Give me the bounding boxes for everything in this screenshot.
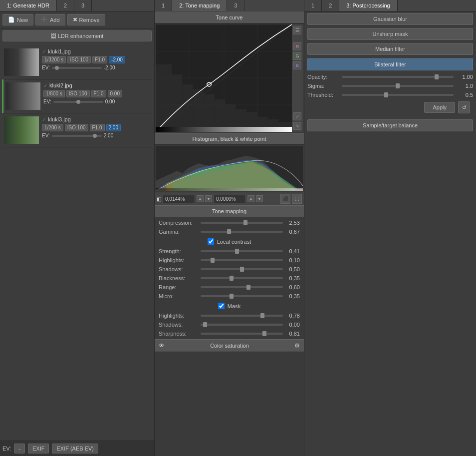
image-item-3[interactable]: ✓ kluki3.jpg 1/200 s ISO 100 F1.0 2.00 E… bbox=[2, 113, 152, 147]
gamma-slider[interactable] bbox=[201, 231, 283, 233]
mask-shadows-row: Shadows: 0,00 bbox=[156, 320, 303, 329]
svg-rect-21 bbox=[156, 127, 292, 132]
black-point-input[interactable] bbox=[163, 195, 195, 203]
left-toolbar: 📄 New ➕ Add ✖ Remove bbox=[0, 11, 154, 28]
tone-curve-svg bbox=[156, 24, 292, 132]
aperture-badge-1: F1.0 bbox=[92, 56, 107, 63]
right-tab-bar: 1 2 3: Postprocessing bbox=[304, 0, 476, 11]
apply-button[interactable]: Apply bbox=[424, 102, 455, 113]
compression-slider[interactable] bbox=[201, 222, 283, 224]
local-contrast-checkbox[interactable] bbox=[208, 238, 214, 245]
svg-rect-9 bbox=[172, 74, 182, 132]
opacity-slider[interactable] bbox=[342, 76, 454, 78]
mask-checkbox[interactable] bbox=[218, 303, 225, 309]
blackness-slider[interactable] bbox=[201, 277, 283, 279]
micro-slider[interactable] bbox=[201, 295, 283, 297]
highlights-slider[interactable] bbox=[201, 259, 283, 261]
gamma-value: 0,67 bbox=[285, 229, 300, 235]
exif-button[interactable]: EXIF bbox=[28, 444, 49, 454]
middle-panel: 1 2: Tone mapping 3 Tone curve bbox=[155, 0, 304, 456]
range-slider[interactable] bbox=[201, 286, 283, 288]
sharpness-value: 0,81 bbox=[285, 331, 300, 337]
right-tab-1[interactable]: 1 bbox=[304, 0, 322, 11]
ldr-enhancement-button[interactable]: 🖼 LDR enhancement bbox=[2, 30, 152, 41]
color-sat-settings-icon[interactable]: ⚙ bbox=[294, 342, 300, 349]
unsharp-mask-button[interactable]: Unsharp mask bbox=[307, 28, 473, 40]
mask-shadows-slider[interactable] bbox=[201, 324, 283, 326]
strength-slider[interactable] bbox=[201, 250, 283, 252]
bilateral-filter-header[interactable]: Bilateral filter bbox=[307, 58, 473, 70]
strength-row: Strength: 0,41 bbox=[156, 247, 303, 256]
middle-tab-3[interactable]: 3 bbox=[227, 0, 244, 11]
gaussian-blur-button[interactable]: Gaussian blur bbox=[307, 13, 473, 25]
micro-value: 0,35 bbox=[285, 293, 300, 299]
hist-zoom-btn[interactable]: ⛶ bbox=[292, 194, 302, 204]
thumbnail-3 bbox=[4, 116, 39, 144]
micro-row: Micro: 0,35 bbox=[156, 292, 303, 301]
check-icon-1: ✓ bbox=[42, 49, 46, 54]
blackness-label: Blackness: bbox=[159, 275, 199, 281]
reset-button[interactable]: ↺ bbox=[458, 101, 470, 113]
aperture-badge-3: F1.0 bbox=[90, 124, 105, 131]
white-down-btn[interactable]: ▼ bbox=[256, 195, 263, 202]
left-tab-3[interactable]: 3 bbox=[74, 0, 92, 11]
left-tab-2[interactable]: 2 bbox=[57, 0, 74, 11]
svg-rect-11 bbox=[193, 89, 204, 132]
right-tab-2[interactable]: 2 bbox=[322, 0, 339, 11]
right-tab-3[interactable]: 3: Postprocessing bbox=[339, 0, 397, 11]
ev-slider-2[interactable] bbox=[53, 101, 103, 103]
black-up-btn[interactable]: ▲ bbox=[197, 195, 204, 202]
white-point-input[interactable] bbox=[214, 195, 246, 203]
middle-tab-2[interactable]: 2: Tone mapping bbox=[172, 0, 227, 11]
image-item-2[interactable]: ✓ kluki2.jpg 1/800 s ISO 100 F1.0 0.00 E… bbox=[2, 79, 152, 113]
local-contrast-row: Local contrast bbox=[156, 236, 303, 247]
new-button[interactable]: 📄 New bbox=[2, 14, 33, 25]
shadows-slider[interactable] bbox=[201, 268, 283, 270]
color-sat-eye-icon[interactable]: 👁 bbox=[159, 342, 165, 349]
ev-slider-1[interactable] bbox=[52, 67, 102, 69]
svg-rect-23 bbox=[156, 188, 303, 191]
curve-line-btn[interactable]: ⟋ bbox=[293, 112, 301, 120]
image-item-1[interactable]: ✓ kluki1.jpg 1/3200 s ISO 100 F1.0 -2.00… bbox=[2, 45, 152, 79]
svg-rect-12 bbox=[204, 94, 214, 132]
right-panel: 1 2 3: Postprocessing Gaussian blur Unsh… bbox=[304, 0, 476, 456]
sigma-slider[interactable] bbox=[342, 85, 454, 87]
black-point-icon: ◧ bbox=[157, 196, 161, 202]
sample-target-button[interactable]: Sample/target balance bbox=[307, 119, 473, 131]
svg-rect-10 bbox=[183, 84, 193, 132]
curve-r-btn[interactable]: R bbox=[293, 42, 301, 50]
left-tab-bar: 1: Generate HDR 2 3 bbox=[0, 0, 154, 11]
opacity-value: 1.00 bbox=[456, 74, 473, 80]
middle-tab-1[interactable]: 1 bbox=[155, 0, 172, 11]
hist-expand-btn[interactable]: ⬛ bbox=[280, 194, 290, 204]
sharpness-slider[interactable] bbox=[201, 333, 283, 335]
ev-offset-badge-2: 0.00 bbox=[108, 90, 122, 97]
sigma-row: Sigma: 1.0 bbox=[307, 81, 473, 90]
opacity-label: Opacity: bbox=[307, 74, 340, 80]
curve-smooth-btn[interactable]: ∿ bbox=[293, 122, 301, 130]
curve-b-btn[interactable]: B bbox=[293, 61, 301, 69]
curve-menu-btn[interactable]: ☰ bbox=[293, 26, 301, 34]
threshold-slider[interactable] bbox=[342, 94, 454, 96]
add-button[interactable]: ➕ Add bbox=[35, 14, 65, 25]
remove-button[interactable]: ✖ Remove bbox=[67, 14, 105, 25]
range-value: 0,60 bbox=[285, 284, 300, 290]
ev-slider-3[interactable] bbox=[52, 135, 102, 137]
mask-highlights-slider[interactable] bbox=[201, 315, 283, 317]
shadows-row: Shadows: 0,50 bbox=[156, 265, 303, 274]
mask-shadows-value: 0,00 bbox=[285, 322, 300, 328]
exif-aeb-button[interactable]: EXIF (AEB EV) bbox=[52, 444, 98, 454]
histogram-area[interactable] bbox=[156, 146, 303, 191]
mask-highlights-row: Highlights: 0,78 bbox=[156, 311, 303, 320]
check-icon-3: ✓ bbox=[42, 117, 46, 122]
svg-rect-8 bbox=[156, 64, 172, 132]
white-up-btn[interactable]: ▲ bbox=[247, 195, 254, 202]
threshold-value: 0.5 bbox=[456, 92, 473, 98]
left-tab-1[interactable]: 1: Generate HDR bbox=[0, 0, 57, 11]
median-filter-button[interactable]: Median filter bbox=[307, 43, 473, 55]
ev-minus-button[interactable]: - bbox=[14, 444, 25, 454]
black-down-btn[interactable]: ▼ bbox=[205, 195, 212, 202]
tone-curve-area[interactable]: ☰ R G B ⟋ ∿ bbox=[156, 24, 303, 132]
color-saturation-header: 👁 Color saturation ⚙ bbox=[155, 339, 304, 352]
curve-g-btn[interactable]: G bbox=[293, 52, 301, 60]
